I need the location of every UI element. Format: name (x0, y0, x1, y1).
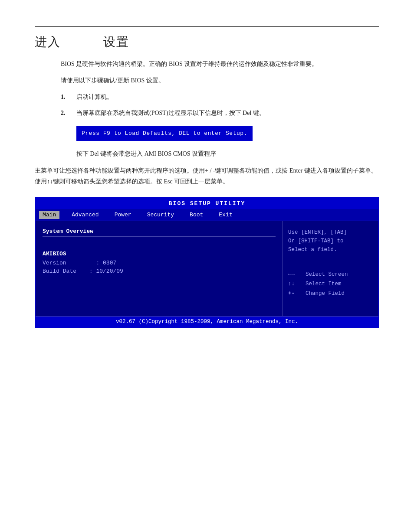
bios-body: System Overview AMIBIOS Version : 0307 B… (36, 221, 378, 316)
change-field-label: Change Field (306, 290, 345, 297)
bios-builddate-label: Build Date (43, 268, 86, 274)
bios-subsection-amibios: AMIBIOS (43, 251, 276, 257)
select-item-label: Select Item (306, 281, 342, 287)
top-rule (35, 26, 379, 27)
bios-version-label: Version (43, 260, 86, 266)
bios-nav-main[interactable]: Main (39, 211, 59, 219)
step-1-content: 启动计算机。 (76, 92, 113, 102)
bios-nav-exit[interactable]: Exit (215, 211, 236, 219)
bios-nav-power[interactable]: Power (111, 211, 135, 219)
bios-shortcut-pm: +- Change Field (288, 290, 373, 297)
bios-box: BIOS SETUP UTILITY Main Advanced Power S… (35, 197, 379, 328)
bios-section-title: System Overview (43, 228, 276, 237)
step-2: 2. 当屏幕底部在系统自我测试(POST)过程显示以下信息时，按下 Del 键。… (61, 108, 379, 159)
bios-title-bar: BIOS SETUP UTILITY (36, 198, 378, 209)
bios-item-version: Version : 0307 (43, 260, 276, 266)
step-2-num: 2. (61, 108, 76, 159)
bios-hint-use-enter: Use [ENTER], [TAB] Or [SHITF-TAB] to Sel… (288, 228, 373, 254)
code-block: Press F9 to Load Defaults, DEL to enter … (76, 126, 253, 141)
bios-footer: v02.67 (C)Copyright 1985-2009, American … (36, 316, 378, 327)
bios-nav: Main Advanced Power Security Boot Exit (36, 209, 378, 221)
intro-para-2: 请使用以下步骤确认/更新 BIOS 设置。 (61, 75, 379, 86)
step-2-sub: 按下 Del 键将会带您进入 AMI BIOS CMOS 设置程序 (76, 149, 265, 159)
step-2-content: 当屏幕底部在系统自我测试(POST)过程显示以下信息时，按下 Del 键。 Pr… (76, 108, 265, 159)
bios-builddate-value: 10/20/09 (96, 268, 123, 274)
bios-version-value: 0307 (103, 260, 116, 266)
bios-shortcut-ud: ↑↓ Select Item (288, 281, 373, 287)
bios-nav-advanced[interactable]: Advanced (68, 211, 102, 219)
bios-right-panel: Use [ENTER], [TAB] Or [SHITF-TAB] to Sel… (283, 221, 378, 316)
step-1: 1. 启动计算机。 (61, 92, 379, 102)
page-title: 进入 设置 (35, 34, 379, 50)
bios-nav-security[interactable]: Security (144, 211, 177, 219)
bios-shortcut-lr: ←→ Select Screen (288, 271, 373, 277)
bios-left-panel: System Overview AMIBIOS Version : 0307 B… (36, 221, 283, 316)
steps-container: 1. 启动计算机。 2. 当屏幕底部在系统自我测试(POST)过程显示以下信息时… (61, 92, 379, 159)
select-screen-label: Select Screen (306, 271, 348, 277)
intro-para-1: BIOS 是硬件与软件沟通的桥梁。正确的 BIOS 设置对于维持最佳的运作效能及… (61, 59, 379, 69)
bios-nav-boot[interactable]: Boot (186, 211, 207, 219)
bios-item-builddate: Build Date : 10/20/09 (43, 268, 276, 274)
step-1-num: 1. (61, 92, 76, 102)
main-para: 主菜单可让您选择各种功能设置与两种离开此程序的选项。使用+ / -键可调整各功能… (35, 165, 379, 187)
